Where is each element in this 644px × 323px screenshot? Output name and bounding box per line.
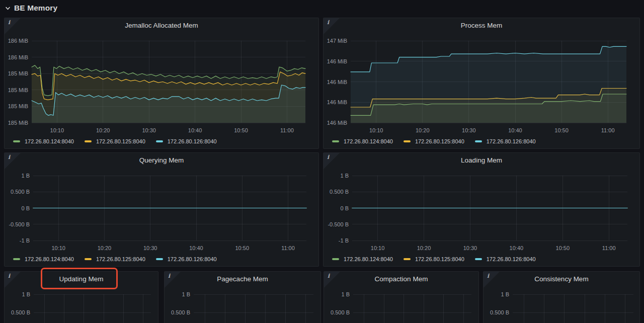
- x-axis-tick-label: 10:40: [184, 245, 208, 251]
- y-axis-tick-label: 146 MiB: [324, 120, 347, 126]
- x-axis-tick-label: 10:10: [366, 245, 390, 251]
- x-axis-tick-label: 10:50: [550, 245, 575, 251]
- info-icon: i: [487, 273, 489, 279]
- y-axis-tick-label: 0.500 B: [5, 309, 30, 315]
- panel-loading-mem: i Loading Mem 172.26.80.124:8040172.26.8…: [323, 152, 640, 267]
- y-axis-tick-label: 0.500 B: [5, 189, 30, 195]
- x-axis-tick-label: 10:50: [230, 245, 254, 251]
- x-axis-tick-label: 10:30: [457, 127, 481, 133]
- x-axis-tick-label: 10:20: [92, 245, 116, 251]
- panel-compaction-mem: i Compaction Mem 172.26.80.124:8040172.2…: [324, 271, 479, 323]
- info-icon: i: [328, 273, 330, 279]
- y-axis-tick-label: 0.500 B: [165, 309, 190, 315]
- y-axis-tick-label: -0.500 B: [5, 221, 30, 227]
- panel-process-mem: i Process Mem 172.26.80.124:8040172.26.8…: [323, 18, 640, 149]
- panel-info-corner[interactable]: i: [165, 272, 181, 288]
- x-axis-tick-label: 11:00: [275, 127, 299, 133]
- y-axis-tick-label: 0.500 B: [324, 189, 349, 195]
- x-axis-tick-label: 10:40: [183, 127, 207, 133]
- panel-querying-mem: i Querying Mem 172.26.80.124:8040172.26.…: [4, 152, 319, 267]
- row-title: BE Memory: [14, 4, 57, 13]
- panel-info-corner[interactable]: i: [5, 272, 21, 288]
- y-axis-tick-label: 185 MiB: [5, 120, 28, 126]
- x-axis-tick-label: 10:20: [91, 127, 115, 133]
- x-axis-tick-label: 10:50: [549, 127, 574, 133]
- panel-info-corner[interactable]: i: [5, 153, 21, 169]
- x-axis-tick-label: 10:30: [138, 245, 163, 251]
- dashboard: BE Memory i Jemalloc Allocated Mem 172.2…: [0, 0, 644, 323]
- y-axis-tick-label: 186 MiB: [5, 54, 28, 60]
- x-axis-tick-label: 10:10: [364, 127, 388, 133]
- panel-info-corner[interactable]: i: [324, 18, 340, 34]
- panel-pagecache-mem: i Pagecache Mem 172.26.80.124:8040172.26…: [164, 271, 321, 323]
- chevron-down-icon: [5, 6, 11, 11]
- x-axis-tick-label: 10:20: [412, 245, 436, 251]
- info-icon: i: [8, 19, 10, 26]
- y-axis-tick-label: 185 MiB: [5, 87, 28, 93]
- x-axis-tick-label: 11:00: [276, 245, 300, 251]
- y-axis-tick-label: 1 B: [5, 173, 30, 179]
- y-axis-tick-label: 1 B: [165, 291, 190, 297]
- y-axis-tick-label: -1 B: [324, 237, 349, 244]
- y-axis-tick-label: 146 MiB: [324, 79, 347, 85]
- panel-consistency-mem: i Consistency Mem 172.26.80.124:8040172.…: [483, 271, 640, 323]
- y-axis-tick-label: 146 MiB: [324, 58, 347, 64]
- info-icon: i: [168, 273, 170, 279]
- panel-info-corner[interactable]: i: [324, 153, 340, 169]
- info-icon: i: [8, 154, 10, 160]
- y-axis-tick-label: 1 B: [324, 173, 349, 179]
- row-header-be-memory[interactable]: BE Memory: [5, 2, 57, 15]
- x-axis-tick-label: 11:00: [596, 127, 620, 133]
- info-icon: i: [327, 19, 329, 26]
- info-icon: i: [327, 154, 329, 160]
- panel-updating-mem: i Updating Mem 172.26.80.124:8040172.26.…: [4, 271, 158, 323]
- x-axis-tick-label: 10:20: [411, 127, 435, 133]
- x-axis-tick-label: 10:10: [46, 245, 70, 251]
- panel-jemalloc-allocated-mem: i Jemalloc Allocated Mem 172.26.80.124:8…: [4, 18, 319, 149]
- y-axis-tick-label: -1 B: [5, 237, 30, 244]
- x-axis-tick-label: 10:30: [137, 127, 161, 133]
- y-axis-tick-label: 0.500 B: [484, 309, 509, 315]
- x-axis-tick-label: 10:30: [458, 245, 482, 251]
- x-axis-tick-label: 11:00: [597, 245, 621, 251]
- panel-info-corner[interactable]: i: [324, 272, 340, 288]
- x-axis-tick-label: 10:40: [503, 127, 527, 133]
- y-axis-tick-label: 146 MiB: [324, 99, 347, 105]
- y-axis-tick-label: 147 MiB: [324, 38, 347, 44]
- x-axis-tick-label: 10:50: [229, 127, 253, 133]
- panel-info-corner[interactable]: i: [484, 272, 500, 288]
- x-axis-tick-label: 10:40: [504, 245, 528, 251]
- panel-info-corner[interactable]: i: [5, 18, 21, 34]
- y-axis-tick-label: 185 MiB: [5, 70, 28, 76]
- y-axis-tick-label: -0.500 B: [324, 221, 349, 227]
- y-axis-tick-label: 1 B: [5, 291, 30, 297]
- y-axis-tick-label: 1 B: [484, 291, 509, 297]
- y-axis-tick-label: 0.500 B: [324, 309, 350, 315]
- y-axis-tick-label: 1 B: [324, 291, 350, 297]
- y-axis-tick-label: 0 B: [324, 205, 349, 211]
- x-axis-tick-label: 10:10: [45, 127, 69, 133]
- y-axis-tick-label: 186 MiB: [5, 38, 28, 44]
- y-axis-tick-label: 185 MiB: [5, 103, 28, 109]
- y-axis-tick-label: 0 B: [5, 205, 30, 211]
- info-icon: i: [8, 273, 10, 279]
